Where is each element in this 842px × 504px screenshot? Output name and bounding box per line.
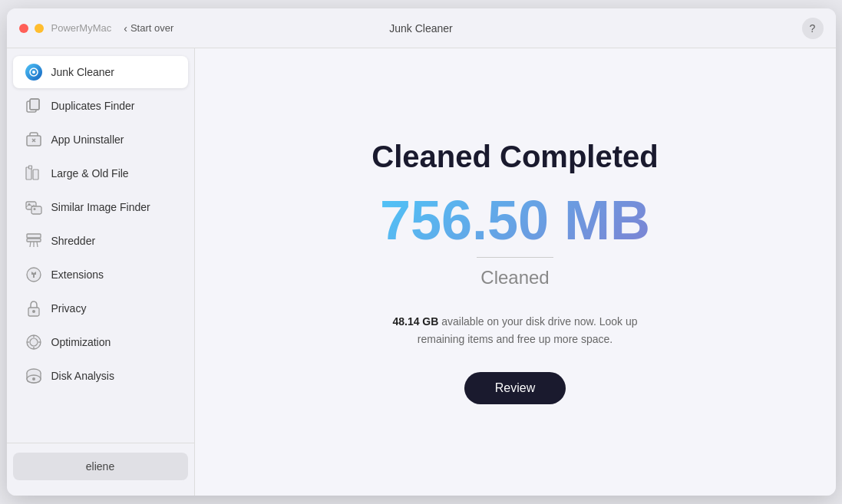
sidebar-privacy-label: Privacy [51,302,87,315]
sidebar-item-duplicates-finder[interactable]: Duplicates Finder [13,90,188,122]
svg-rect-14 [31,206,41,214]
start-over-button[interactable]: ‹ Start over [124,22,173,35]
divider [477,257,553,258]
sidebar-optimization-label: Optimization [51,336,111,348]
sidebar-item-privacy[interactable]: Privacy [13,292,188,324]
sidebar-footer: eliene [7,443,194,489]
username-label: eliene [86,460,114,473]
sidebar-shredder-label: Shredder [51,235,96,247]
large-old-file-icon [25,165,42,182]
sidebar-large-old-file-label: Large & Old File [51,167,129,180]
sidebar-disk-analysis-label: Disk Analysis [51,370,114,382]
sidebar-item-extensions[interactable]: Extensions [13,259,188,291]
svg-point-23 [32,310,35,313]
help-button[interactable]: ? [802,18,824,39]
minimize-button[interactable] [35,24,44,33]
shredder-icon [25,232,42,249]
review-button[interactable]: Review [464,372,566,404]
svg-rect-16 [27,239,41,242]
sidebar-item-junk-cleaner[interactable]: Junk Cleaner [13,56,188,88]
sidebar-similar-image-label: Similar Image Finder [51,201,150,213]
app-window: PowerMyMac ‹ Start over Junk Cleaner ? [7,8,836,496]
duplicates-finder-icon [25,97,42,114]
chevron-left-icon: ‹ [124,22,127,35]
similar-image-finder-icon [25,199,42,216]
svg-rect-10 [33,170,38,180]
main-area: Cleaned Completed 756.50 MB Cleaned 48.1… [195,48,836,496]
sidebar-app-uninstaller-label: App Uninstaller [51,133,124,146]
svg-point-15 [33,208,35,210]
svg-rect-17 [27,234,41,238]
disk-info: 48.14 GB available on your disk drive no… [377,313,653,348]
junk-cleaner-icon [25,64,42,81]
svg-rect-4 [30,99,39,110]
sidebar-item-similar-image-finder[interactable]: Similar Image Finder [13,191,188,223]
window-title: Junk Cleaner [389,22,453,35]
app-uninstaller-icon [25,131,42,148]
svg-rect-11 [28,166,31,169]
title-bar: PowerMyMac ‹ Start over Junk Cleaner ? [7,8,836,48]
sidebar: Junk Cleaner Duplicates Finder [7,48,195,496]
cleaned-size: 756.50 MB [380,193,650,248]
sidebar-item-shredder[interactable]: Shredder [13,225,188,257]
disk-info-text: available on your disk drive now. Look u… [418,315,638,344]
sidebar-nav: Junk Cleaner Duplicates Finder [7,54,194,443]
privacy-icon [25,300,42,317]
disk-analysis-icon [25,367,42,384]
sidebar-item-disk-analysis[interactable]: Disk Analysis [13,360,188,392]
sidebar-item-app-uninstaller[interactable]: App Uninstaller [13,124,188,156]
svg-line-20 [37,242,38,247]
main-content: Junk Cleaner Duplicates Finder [7,48,836,496]
app-name-label: PowerMyMac [51,22,112,34]
user-profile[interactable]: eliene [13,453,188,480]
sidebar-item-large-old-file[interactable]: Large & Old File [13,157,188,189]
sidebar-item-optimization[interactable]: Optimization [13,326,188,358]
close-button[interactable] [19,24,28,33]
completion-title: Cleaned Completed [371,140,658,174]
optimization-icon [25,334,42,351]
traffic-lights [19,24,44,33]
disk-size-bold: 48.14 GB [392,315,438,328]
sidebar-extensions-label: Extensions [51,268,104,281]
svg-point-2 [32,71,35,74]
sidebar-duplicates-label: Duplicates Finder [51,100,135,112]
svg-line-18 [30,242,31,247]
cleaned-label: Cleaned [480,267,549,288]
svg-point-32 [32,377,35,380]
extensions-icon [25,266,42,283]
sidebar-junk-cleaner-label: Junk Cleaner [51,66,115,78]
